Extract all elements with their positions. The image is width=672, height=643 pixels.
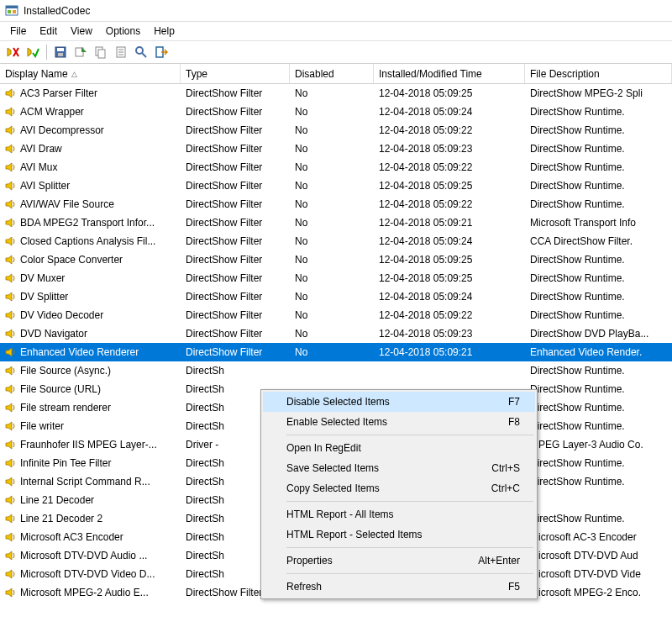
exit-icon[interactable]: [152, 43, 171, 61]
save-icon[interactable]: [51, 43, 70, 61]
cell-type: DirectShow Filter: [181, 198, 290, 210]
table-row[interactable]: AC3 Parser FilterDirectShow FilterNo12-0…: [0, 84, 672, 103]
context-menu-label: Refresh: [286, 581, 322, 593]
table-row[interactable]: DV MuxerDirectShow FilterNo12-04-2018 05…: [0, 269, 672, 287]
cell-desc: MPEG Layer-3 Audio Co.: [525, 439, 672, 451]
cell-type: DirectShow Filter: [181, 161, 290, 173]
col-type[interactable]: Type: [181, 64, 290, 83]
cell-disabled: No: [290, 346, 374, 358]
cell-display-name: DV Muxer: [0, 272, 181, 284]
speaker-icon: [5, 402, 17, 414]
svg-line-17: [142, 53, 146, 57]
context-menu-shortcut: F8: [508, 416, 520, 428]
context-menu-item[interactable]: Enable Selected ItemsF8: [263, 412, 535, 432]
table-row[interactable]: AVI MuxDirectShow FilterNo12-04-2018 05:…: [0, 158, 672, 177]
cell-type: DirectShow Filter: [181, 272, 290, 284]
cell-disabled: No: [290, 217, 374, 229]
cell-time: 12-04-2018 05:09:22: [374, 309, 525, 321]
context-menu-label: Disable Selected Items: [286, 396, 390, 408]
menu-edit[interactable]: Edit: [33, 24, 64, 39]
menu-file[interactable]: File: [3, 24, 33, 39]
sort-asc-icon: △: [71, 70, 77, 78]
table-row[interactable]: ACM WrapperDirectShow FilterNo12-04-2018…: [0, 103, 672, 121]
cell-type: DirectSh: [181, 365, 290, 377]
cell-display-name: BDA MPEG2 Transport Infor...: [0, 217, 181, 229]
goto-icon[interactable]: [71, 43, 90, 61]
enable-item-icon[interactable]: [24, 43, 42, 61]
context-menu-item[interactable]: RefreshF5: [263, 577, 535, 597]
cell-desc: DirectShow Runtime.: [525, 383, 672, 395]
cell-type: DirectShow Filter: [181, 309, 290, 321]
speaker-icon: [5, 291, 17, 303]
cell-disabled: No: [290, 87, 374, 99]
table-row[interactable]: Enhanced Video RendererDirectShow Filter…: [0, 343, 672, 361]
table-row[interactable]: Color Space ConverterDirectShow FilterNo…: [0, 250, 672, 269]
col-file-description[interactable]: File Description: [525, 64, 672, 83]
cell-display-name: File Source (Async.): [0, 365, 181, 377]
cell-disabled: No: [290, 235, 374, 247]
copy-icon[interactable]: [92, 43, 110, 61]
table-row[interactable]: File Source (Async.)DirectShDirectShow R…: [0, 361, 672, 380]
cell-desc: DirectShow DVD PlayBa...: [525, 328, 672, 340]
context-menu-shortcut: Ctrl+S: [491, 462, 520, 474]
svg-rect-1: [6, 6, 18, 8]
table-row[interactable]: AVI/WAV File SourceDirectShow FilterNo12…: [0, 195, 672, 213]
cell-display-name: Infinite Pin Tee Filter: [0, 457, 181, 469]
table-row[interactable]: DVD NavigatorDirectShow FilterNo12-04-20…: [0, 324, 672, 343]
table-row[interactable]: DV SplitterDirectShow FilterNo12-04-2018…: [0, 287, 672, 306]
svg-rect-3: [13, 10, 16, 13]
svg-rect-2: [8, 10, 11, 13]
col-display-name[interactable]: Display Name△: [0, 64, 181, 83]
cell-display-name: AVI Splitter: [0, 180, 181, 192]
context-menu-item[interactable]: PropertiesAlt+Enter: [263, 551, 535, 571]
toolbar: [0, 40, 672, 64]
cell-type: DirectShow Filter: [181, 217, 290, 229]
context-menu: Disable Selected ItemsF7Enable Selected …: [260, 389, 538, 599]
properties-icon[interactable]: [112, 43, 130, 61]
menu-options[interactable]: Options: [99, 24, 147, 39]
cell-time: 12-04-2018 05:09:22: [374, 198, 525, 210]
cell-desc: Microsoft AC-3 Encoder: [525, 531, 672, 543]
cell-display-name: ACM Wrapper: [0, 106, 181, 118]
menu-view[interactable]: View: [64, 24, 99, 39]
speaker-icon: [5, 328, 17, 340]
disable-item-icon[interactable]: [3, 43, 22, 61]
cell-desc: DirectShow Runtime.: [525, 402, 672, 414]
cell-type: DirectShow Filter: [181, 235, 290, 247]
context-menu-label: Enable Selected Items: [286, 416, 387, 428]
table-row[interactable]: AVI DrawDirectShow FilterNo12-04-2018 05…: [0, 140, 672, 158]
cell-desc: DirectShow Runtime.: [525, 198, 672, 210]
cell-display-name: AC3 Parser Filter: [0, 87, 181, 99]
table-row[interactable]: Closed Captions Analysis Fil...DirectSho…: [0, 232, 672, 250]
speaker-icon: [5, 106, 17, 118]
context-menu-item[interactable]: HTML Report - All Items: [263, 504, 535, 524]
col-installed-time[interactable]: Installed/Modified Time: [374, 64, 525, 83]
table-row[interactable]: DV Video DecoderDirectShow FilterNo12-04…: [0, 306, 672, 324]
cell-desc: DirectShow Runtime.: [525, 161, 672, 173]
cell-display-name: File Source (URL): [0, 383, 181, 395]
context-menu-item[interactable]: Copy Selected ItemsCtrl+C: [263, 478, 535, 498]
speaker-icon: [5, 513, 17, 524]
context-menu-item[interactable]: Save Selected ItemsCtrl+S: [263, 458, 535, 478]
cell-display-name: Closed Captions Analysis Fil...: [0, 235, 181, 247]
context-menu-label: Properties: [286, 555, 333, 567]
context-menu-item[interactable]: HTML Report - Selected Items: [263, 524, 535, 545]
cell-time: 12-04-2018 05:09:21: [374, 217, 525, 229]
titlebar: InstalledCodec: [0, 0, 672, 22]
menu-help[interactable]: Help: [147, 24, 181, 39]
speaker-icon: [5, 550, 17, 561]
context-menu-item[interactable]: Open In RegEdit: [263, 438, 535, 458]
table-row[interactable]: AVI SplitterDirectShow FilterNo12-04-201…: [0, 177, 672, 195]
col-disabled[interactable]: Disabled: [290, 64, 374, 83]
table-row[interactable]: AVI DecompressorDirectShow FilterNo12-04…: [0, 121, 672, 140]
cell-display-name: AVI Decompressor: [0, 124, 181, 136]
cell-disabled: No: [290, 124, 374, 136]
speaker-icon: [5, 87, 17, 99]
cell-desc: DirectShow Runtime.: [525, 457, 672, 469]
cell-time: 12-04-2018 05:09:24: [374, 106, 525, 118]
context-menu-item[interactable]: Disable Selected ItemsF7: [263, 392, 535, 412]
cell-display-name: Microsoft DTV-DVD Audio ...: [0, 550, 181, 561]
table-row[interactable]: BDA MPEG2 Transport Infor...DirectShow F…: [0, 213, 672, 232]
cell-desc: DirectShow Runtime.: [525, 124, 672, 136]
find-icon[interactable]: [132, 43, 150, 61]
